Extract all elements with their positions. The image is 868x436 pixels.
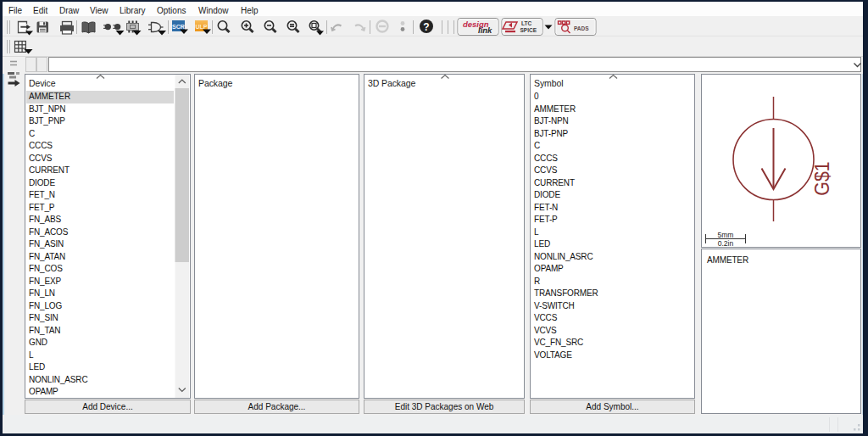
svg-text:?: ? xyxy=(423,21,429,33)
svg-text:SPICE: SPICE xyxy=(520,27,537,33)
svg-text:ULP: ULP xyxy=(196,24,208,30)
svg-text:5mm: 5mm xyxy=(718,231,734,239)
svg-text:G$1: G$1 xyxy=(810,161,833,195)
svg-text:PADS: PADS xyxy=(574,25,589,31)
svg-text:link: link xyxy=(478,25,492,35)
svg-text:0.2in: 0.2in xyxy=(718,239,734,248)
svg-text:SCR: SCR xyxy=(172,24,185,30)
svg-text:LTC: LTC xyxy=(521,20,531,26)
